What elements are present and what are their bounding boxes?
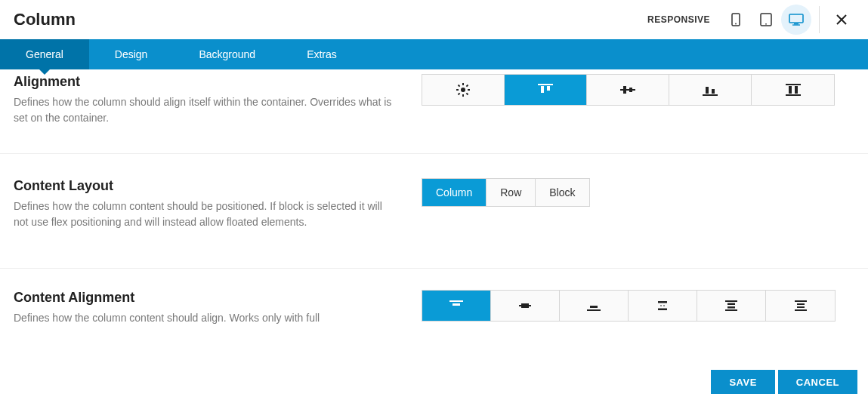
page-title: Column bbox=[14, 10, 76, 29]
svg-point-3 bbox=[765, 23, 767, 25]
content-layout-desc: Defines how the column content should be… bbox=[14, 198, 399, 230]
svg-rect-32 bbox=[521, 303, 529, 308]
settings-content[interactable]: Alignment Defines how the column should … bbox=[0, 69, 868, 367]
close-button[interactable] bbox=[830, 8, 853, 31]
align-top-icon bbox=[537, 83, 554, 97]
calign-top-button[interactable] bbox=[422, 291, 491, 321]
svg-point-7 bbox=[461, 88, 465, 92]
header: Column RESPONSIVE bbox=[0, 0, 868, 39]
svg-rect-24 bbox=[712, 89, 715, 94]
alignment-top-button[interactable] bbox=[505, 75, 587, 105]
svg-rect-28 bbox=[795, 86, 798, 94]
content-alignment-desc: Defines how the column content should al… bbox=[14, 310, 399, 326]
header-controls: RESPONSIVE bbox=[647, 5, 853, 35]
svg-rect-21 bbox=[629, 88, 632, 92]
alignment-title: Alignment bbox=[14, 74, 399, 90]
tab-extras[interactable]: Extras bbox=[281, 39, 363, 69]
space-between-icon bbox=[655, 300, 670, 312]
tab-background[interactable]: Background bbox=[173, 39, 281, 69]
space-evenly-icon bbox=[793, 300, 808, 312]
calign-space-evenly-button[interactable] bbox=[766, 291, 835, 321]
alignment-center-button[interactable] bbox=[587, 75, 669, 105]
device-desktop-button[interactable] bbox=[781, 5, 811, 35]
close-icon bbox=[836, 14, 847, 25]
cancel-button[interactable]: CANCEL bbox=[778, 370, 857, 394]
layout-row-button[interactable]: Row bbox=[487, 179, 536, 206]
tab-bar: General Design Background Extras bbox=[0, 39, 868, 69]
content-center-icon bbox=[517, 300, 533, 312]
section-alignment: Alignment Defines how the column should … bbox=[0, 69, 868, 154]
svg-rect-40 bbox=[727, 306, 735, 309]
alignment-options bbox=[422, 74, 835, 106]
responsive-label: RESPONSIVE bbox=[647, 14, 710, 25]
svg-line-15 bbox=[459, 93, 460, 94]
align-bottom-icon bbox=[702, 83, 718, 97]
content-layout-title: Content Layout bbox=[14, 178, 399, 194]
svg-rect-35 bbox=[658, 301, 667, 303]
svg-line-14 bbox=[466, 85, 468, 87]
gear-icon bbox=[456, 82, 471, 97]
svg-line-12 bbox=[459, 85, 460, 87]
svg-rect-43 bbox=[797, 303, 805, 305]
svg-line-13 bbox=[466, 93, 468, 94]
svg-rect-18 bbox=[547, 86, 550, 91]
svg-rect-37 bbox=[658, 309, 667, 311]
svg-point-1 bbox=[735, 23, 737, 25]
svg-rect-20 bbox=[623, 86, 626, 94]
header-divider bbox=[819, 6, 820, 33]
phone-icon bbox=[731, 13, 740, 26]
tab-general[interactable]: General bbox=[0, 39, 89, 69]
save-button[interactable]: SAVE bbox=[711, 370, 774, 394]
layout-column-button[interactable]: Column bbox=[422, 179, 487, 206]
tablet-icon bbox=[760, 13, 772, 26]
content-layout-options: Column Row Block bbox=[422, 178, 590, 207]
svg-rect-6 bbox=[792, 24, 800, 25]
section-content-layout: Content Layout Defines how the column co… bbox=[0, 154, 868, 269]
content-top-icon bbox=[449, 300, 464, 312]
alignment-auto-button[interactable] bbox=[422, 75, 505, 105]
calign-space-around-button[interactable] bbox=[697, 291, 766, 321]
svg-rect-5 bbox=[794, 23, 798, 25]
section-content-alignment: Content Alignment Defines how the column… bbox=[0, 269, 868, 334]
content-wrapper: Alignment Defines how the column should … bbox=[0, 69, 868, 367]
calign-space-between-button[interactable] bbox=[629, 291, 697, 321]
svg-rect-30 bbox=[453, 303, 460, 306]
align-stretch-icon bbox=[785, 83, 802, 97]
svg-rect-4 bbox=[789, 14, 803, 23]
content-alignment-options bbox=[422, 290, 836, 322]
svg-rect-27 bbox=[789, 86, 792, 94]
svg-rect-34 bbox=[590, 306, 598, 308]
tab-design[interactable]: Design bbox=[89, 39, 174, 69]
content-alignment-title: Content Alignment bbox=[14, 290, 399, 306]
alignment-desc: Defines how the column should align itse… bbox=[14, 94, 399, 126]
svg-rect-17 bbox=[541, 86, 544, 93]
align-center-icon bbox=[619, 83, 636, 97]
calign-bottom-button[interactable] bbox=[560, 291, 629, 321]
layout-block-button[interactable]: Block bbox=[536, 179, 588, 206]
space-around-icon bbox=[724, 300, 739, 312]
alignment-stretch-button[interactable] bbox=[752, 75, 834, 105]
svg-rect-44 bbox=[797, 306, 805, 308]
svg-rect-39 bbox=[727, 303, 735, 306]
device-phone-button[interactable] bbox=[721, 5, 751, 35]
svg-rect-23 bbox=[706, 87, 709, 94]
desktop-icon bbox=[789, 14, 804, 26]
calign-center-button[interactable] bbox=[491, 291, 560, 321]
footer: SAVE CANCEL bbox=[0, 367, 868, 397]
alignment-bottom-button[interactable] bbox=[669, 75, 752, 105]
content-bottom-icon bbox=[586, 300, 601, 312]
device-tablet-button[interactable] bbox=[751, 5, 781, 35]
